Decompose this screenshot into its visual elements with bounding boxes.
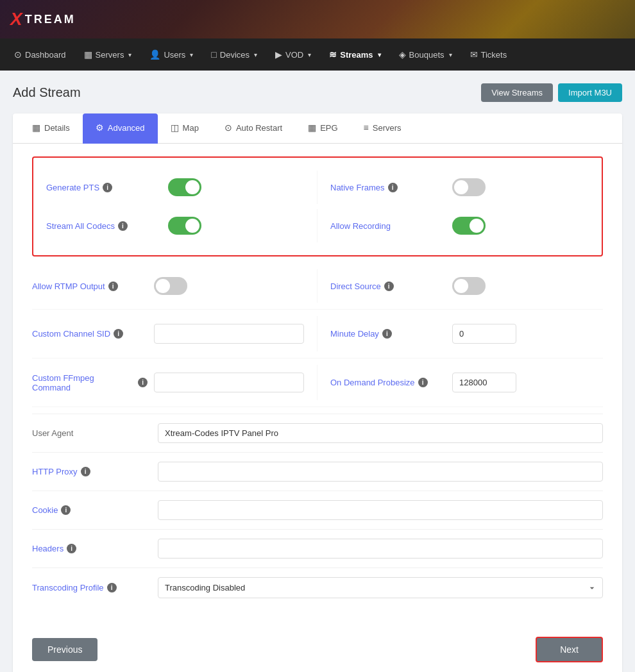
on-demand-probesize-input[interactable]	[452, 373, 516, 392]
generate-pts-field: Generate PTS i	[46, 171, 318, 204]
cookie-input[interactable]	[158, 500, 603, 520]
servers-icon: ▦	[84, 49, 92, 60]
transcoding-profile-select[interactable]: Transcoding Disabled Profile 1 Profile 2	[158, 577, 603, 598]
native-frames-field: Native Frames i	[318, 171, 589, 204]
nav-bouquets-label: Bouquets	[409, 50, 444, 60]
logo-x: X	[10, 9, 22, 29]
auto-restart-tab-icon: ⊙	[224, 122, 232, 133]
generate-pts-slider	[168, 178, 201, 196]
tab-map[interactable]: ◫ Map	[158, 113, 212, 144]
tab-advanced[interactable]: ⚙ Advanced	[83, 113, 158, 144]
nav-tickets[interactable]: ✉ Tickets	[462, 46, 515, 63]
page-title: Add Stream	[13, 85, 81, 100]
nav-devices-label: Devices	[220, 50, 250, 60]
bouquets-chevron: ▾	[449, 51, 452, 58]
transcoding-profile-info-icon[interactable]: i	[107, 583, 117, 592]
direct-source-label: Direct Source i	[330, 281, 446, 291]
allow-recording-field: Allow Recording	[318, 209, 589, 242]
view-streams-button[interactable]: View Streams	[481, 83, 553, 102]
nav-streams[interactable]: ≋ Streams ▾	[321, 46, 388, 63]
on-demand-probesize-info-icon[interactable]: i	[418, 378, 428, 387]
stream-all-codecs-info-icon[interactable]: i	[118, 221, 128, 231]
previous-button[interactable]: Previous	[32, 638, 97, 661]
nav-vod[interactable]: ▶ VOD ▾	[267, 46, 319, 63]
generate-pts-info-icon[interactable]: i	[103, 183, 112, 192]
allow-recording-label-text: Allow Recording	[330, 221, 391, 231]
cookie-info-icon[interactable]: i	[61, 505, 71, 515]
minute-delay-input[interactable]	[452, 324, 516, 344]
http-proxy-label: HTTP Proxy i	[32, 467, 148, 476]
allow-rtmp-field: Allow RTMP Output i	[32, 269, 318, 303]
generate-pts-toggle[interactable]	[168, 178, 201, 196]
tab-details[interactable]: ▦ Details	[19, 113, 83, 144]
nav-users[interactable]: 👤 Users ▾	[142, 46, 201, 63]
cookie-row: Cookie i	[32, 491, 603, 529]
native-frames-slider	[452, 178, 486, 196]
stream-all-codecs-label-text: Stream All Codecs	[46, 221, 115, 231]
http-proxy-row: HTTP Proxy i	[32, 452, 603, 491]
nav-users-label: Users	[164, 50, 185, 60]
epg-tab-icon: ▦	[308, 122, 316, 133]
vod-icon: ▶	[275, 49, 282, 60]
minute-delay-info-icon[interactable]: i	[382, 329, 392, 339]
highlighted-toggles-box: Generate PTS i Native Frames i	[32, 156, 603, 256]
direct-source-toggle[interactable]	[452, 277, 486, 295]
native-frames-toggle[interactable]	[452, 178, 486, 196]
allow-rtmp-toggle[interactable]	[154, 277, 187, 295]
allow-rtmp-slider	[154, 277, 187, 295]
streams-chevron: ▾	[378, 51, 381, 58]
advanced-tab-icon: ⚙	[96, 122, 104, 133]
header-buttons: View Streams Import M3U	[481, 83, 622, 102]
custom-channel-sid-label-text: Custom Channel SID	[32, 329, 110, 339]
allow-rtmp-info-icon[interactable]: i	[108, 281, 118, 291]
users-chevron: ▾	[190, 51, 193, 58]
nav-devices[interactable]: □ Devices ▾	[203, 46, 265, 63]
allow-recording-toggle[interactable]	[452, 217, 486, 235]
details-tab-icon: ▦	[32, 122, 40, 133]
next-button[interactable]: Next	[536, 637, 603, 662]
devices-chevron: ▾	[254, 51, 257, 58]
http-proxy-input[interactable]	[158, 462, 603, 482]
custom-channel-sid-input[interactable]	[154, 324, 304, 344]
minute-delay-label-text: Minute Delay	[330, 329, 379, 339]
custom-channel-sid-info-icon[interactable]: i	[114, 329, 123, 339]
custom-channel-sid-field: Custom Channel SID i	[32, 316, 318, 351]
direct-source-info-icon[interactable]: i	[384, 281, 394, 291]
navbar: ⊙ Dashboard ▦ Servers ▾ 👤 Users ▾ □ Devi…	[0, 38, 635, 71]
custom-ffmpeg-label-text: Custom FFmpeg Command	[32, 373, 135, 392]
headers-label-text: Headers	[32, 544, 64, 553]
tab-servers[interactable]: ≡ Servers	[351, 113, 414, 144]
headers-info-icon[interactable]: i	[67, 544, 76, 553]
tab-advanced-label: Advanced	[108, 123, 145, 133]
toggle-row-2: Stream All Codecs i Allow Recording	[46, 209, 589, 242]
sid-delay-row: Custom Channel SID i Minute Delay i	[32, 316, 603, 358]
vod-chevron: ▾	[308, 51, 311, 58]
native-frames-info-icon[interactable]: i	[388, 183, 398, 192]
nav-bouquets[interactable]: ◈ Bouquets ▾	[391, 46, 460, 63]
nav-dashboard[interactable]: ⊙ Dashboard	[6, 46, 74, 63]
headers-input[interactable]	[158, 539, 603, 559]
generate-pts-label-text: Generate PTS	[46, 183, 99, 192]
transcoding-profile-row: Transcoding Profile i Transcoding Disabl…	[32, 567, 603, 607]
stream-all-codecs-toggle[interactable]	[168, 217, 201, 235]
tab-auto-restart[interactable]: ⊙ Auto Restart	[212, 113, 295, 144]
import-m3u-button[interactable]: Import M3U	[558, 83, 622, 102]
http-proxy-info-icon[interactable]: i	[81, 467, 90, 476]
custom-ffmpeg-info-icon[interactable]: i	[138, 378, 148, 387]
allow-rtmp-label: Allow RTMP Output i	[32, 281, 148, 291]
transcoding-profile-label: Transcoding Profile i	[32, 583, 148, 592]
ffmpeg-probesize-row: Custom FFmpeg Command i On Demand Probes…	[32, 365, 603, 407]
cookie-label: Cookie i	[32, 505, 148, 515]
minute-delay-label: Minute Delay i	[330, 329, 446, 339]
on-demand-probesize-field: On Demand Probesize i	[318, 365, 603, 400]
custom-ffmpeg-input[interactable]	[154, 373, 304, 392]
user-agent-input[interactable]	[158, 423, 603, 443]
nav-vod-label: VOD	[285, 50, 303, 60]
nav-servers[interactable]: ▦ Servers ▾	[76, 46, 140, 63]
tab-epg[interactable]: ▦ EPG	[295, 113, 350, 144]
on-demand-probesize-label-text: On Demand Probesize	[330, 378, 415, 387]
allow-recording-slider	[452, 217, 486, 235]
bottom-nav: Previous Next	[13, 626, 622, 662]
direct-source-field: Direct Source i	[318, 269, 603, 303]
streams-icon: ≋	[329, 49, 337, 60]
